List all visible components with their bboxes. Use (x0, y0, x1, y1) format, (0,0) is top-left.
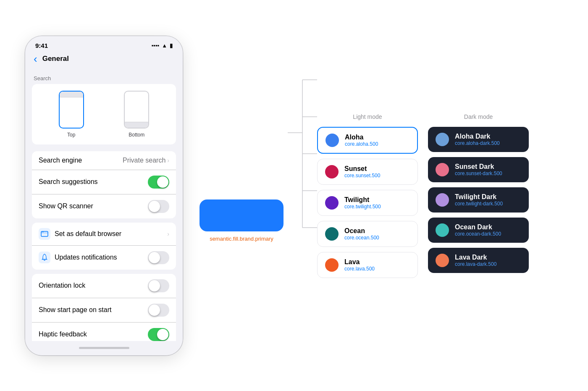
lava-dark-code: core.lava-dark.500 (455, 261, 496, 267)
semantic-prefix: semantic (210, 236, 231, 242)
default-browser-row[interactable]: Set as default browser › (32, 223, 176, 246)
ocean-light-card[interactable]: Ocean core.ocean.500 (317, 221, 418, 247)
bottom-bar-indicator (125, 122, 148, 128)
ocean-dark-text: Ocean Dark core.ocean-dark.500 (455, 223, 501, 237)
lava-dot (325, 258, 339, 272)
lava-dark-dot (436, 254, 449, 267)
page-title: General (42, 55, 69, 63)
orientation-lock-left: Orientation lock (39, 282, 148, 289)
twilight-dark-text: Twilight Dark core.twilight-dark.500 (455, 193, 503, 207)
twilight-name: Twilight (344, 196, 381, 204)
search-engine-label: Search engine (39, 157, 82, 164)
aloha-light-card[interactable]: Aloha core.aloha.500 (317, 127, 418, 154)
toolbar-top-option[interactable]: Top (59, 91, 84, 138)
lava-dark-name: Lava Dark (455, 254, 496, 261)
toolbar-top-label: Top (67, 132, 75, 138)
orientation-lock-toggle[interactable] (148, 279, 169, 292)
chevron-right-icon: › (167, 157, 169, 164)
search-engine-row[interactable]: Search engine Private search › (32, 151, 176, 170)
toolbar-bottom-icon (124, 91, 149, 129)
lava-light-card[interactable]: Lava core.lava.500 (317, 252, 418, 278)
sunset-dot (325, 165, 339, 178)
toolbar-bottom-label: Bottom (129, 132, 144, 138)
aloha-dark-code: core.aloha-dark.500 (455, 140, 500, 146)
semantic-brand-box (200, 199, 284, 231)
right-section: semantic.fill.brand.primary Light mode (183, 17, 563, 374)
status-icons: ▪▪▪▪ ▲ ▮ (152, 42, 173, 49)
haptic-feedback-row: Haptic feedback (32, 323, 176, 341)
aloha-text: Aloha core.aloha.500 (345, 134, 378, 147)
ocean-text: Ocean core.ocean.500 (344, 227, 379, 241)
orientation-lock-row: Orientation lock (32, 274, 176, 298)
phone-content: Search Top Bottom Search engine (25, 68, 183, 341)
ocean-name: Ocean (344, 227, 379, 235)
toolbar-bottom-option[interactable]: Bottom (124, 91, 149, 138)
search-section-header: Search (25, 68, 183, 84)
show-start-page-toggle[interactable] (148, 304, 169, 317)
toggle-knob-haptic (157, 329, 168, 340)
search-settings-group: Search engine Private search › Search su… (32, 151, 176, 218)
search-suggestions-toggle[interactable] (148, 176, 169, 189)
aloha-dark-card[interactable]: Aloha Dark core.aloha-dark.500 (428, 127, 529, 152)
twilight-dark-card[interactable]: Twilight Dark core.twilight-dark.500 (428, 187, 529, 213)
show-qr-row: Show QR scanner (32, 194, 176, 218)
ocean-code: core.ocean.500 (344, 235, 379, 241)
light-mode-header: Light mode (317, 113, 418, 120)
default-browser-left: Set as default browser (39, 228, 167, 240)
home-bar (79, 347, 129, 349)
toggle-knob-start (149, 304, 160, 316)
aloha-dot (326, 134, 339, 147)
light-theme-cards: Aloha core.aloha.500 Sunset core.sunset.… (317, 127, 418, 278)
sunset-code: core.sunset.500 (344, 173, 380, 178)
show-start-page-row: Show start page on start (32, 298, 176, 323)
updates-notifications-left: Updates notifications (39, 252, 148, 263)
haptic-feedback-toggle[interactable] (148, 328, 169, 341)
lava-code: core.lava.500 (344, 266, 375, 272)
toggle-knob-qr (149, 201, 160, 212)
search-engine-left: Search engine (39, 157, 123, 164)
light-mode-column: Light mode Aloha core.aloha.500 Sunset c… (317, 113, 418, 278)
twilight-code: core.twilight.500 (344, 204, 381, 210)
lava-name: Lava (344, 258, 375, 266)
toolbar-top-icon (59, 91, 84, 129)
semantic-label: semantic.fill.brand.primary (210, 236, 273, 242)
aloha-code: core.aloha.500 (345, 141, 378, 147)
lava-dark-card[interactable]: Lava Dark core.lava-dark.500 (428, 248, 529, 273)
top-bar-indicator (60, 92, 83, 97)
ocean-dark-code: core.ocean-dark.500 (455, 231, 501, 237)
ocean-dark-dot (436, 223, 449, 237)
ocean-dark-card[interactable]: Ocean Dark core.ocean-dark.500 (428, 218, 529, 243)
status-bar: 9:41 ▪▪▪▪ ▲ ▮ (25, 36, 183, 51)
ocean-dark-name: Ocean Dark (455, 223, 501, 231)
twilight-dot (325, 196, 339, 210)
twilight-dark-name: Twilight Dark (455, 193, 503, 201)
back-button[interactable]: ‹ (34, 53, 37, 64)
twilight-dark-dot (436, 193, 449, 207)
phone-mockup: 9:41 ▪▪▪▪ ▲ ▮ ‹ General Search Top (25, 36, 183, 355)
sunset-light-card[interactable]: Sunset core.sunset.500 (317, 159, 418, 185)
default-browser-label: Set as default browser (55, 230, 121, 238)
sunset-dark-card[interactable]: Sunset Dark core.sunset-dark.500 (428, 157, 529, 182)
toggle-knob (157, 176, 168, 188)
aloha-name: Aloha (345, 134, 378, 141)
updates-notifications-toggle[interactable] (148, 251, 169, 264)
browser-settings-group: Set as default browser › Updates notific… (32, 223, 176, 270)
updates-notifications-row: Updates notifications (32, 246, 176, 270)
twilight-text: Twilight core.twilight.500 (344, 196, 381, 210)
twilight-light-card[interactable]: Twilight core.twilight.500 (317, 190, 418, 216)
toolbar-picker: Top Bottom (32, 84, 176, 144)
signal-icon: ▪▪▪▪ (152, 42, 159, 49)
sunset-dark-dot (436, 163, 449, 176)
show-qr-left: Show QR scanner (39, 202, 148, 210)
show-qr-label: Show QR scanner (39, 202, 93, 210)
haptic-feedback-left: Haptic feedback (39, 331, 148, 338)
other-settings-group: Orientation lock Show start page on star… (32, 274, 176, 341)
toggle-knob-orient (149, 280, 160, 291)
chevron-right-default-browser: › (167, 231, 169, 237)
svg-point-3 (43, 231, 44, 232)
show-start-page-left: Show start page on start (39, 306, 148, 314)
show-qr-toggle[interactable] (148, 200, 169, 213)
sunset-text: Sunset core.sunset.500 (344, 165, 380, 178)
updates-notifications-label: Updates notifications (55, 254, 117, 261)
show-start-page-label: Show start page on start (39, 306, 111, 314)
